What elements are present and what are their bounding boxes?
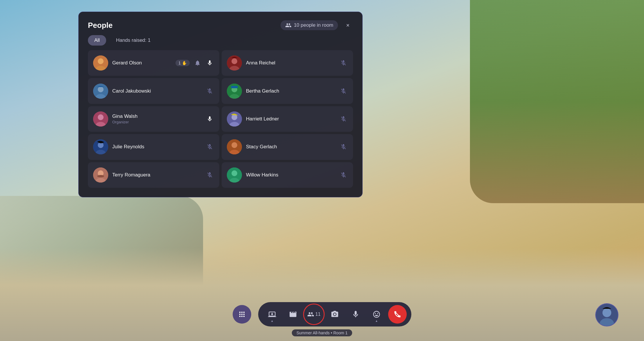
mic-muted-icon[interactable] <box>339 59 348 67</box>
people-count-text: 10 people in room <box>294 22 333 28</box>
svg-point-32 <box>239 312 241 313</box>
emoji-react-button[interactable]: ▲ <box>367 305 386 324</box>
person-actions <box>339 59 348 67</box>
list-item[interactable]: Anna Reichel <box>222 50 353 76</box>
people-count-toolbar: 11 <box>315 312 321 317</box>
mic-muted-icon[interactable] <box>339 87 348 95</box>
hand-emoji: ✋ <box>182 61 187 65</box>
mic-muted-icon[interactable] <box>205 87 214 95</box>
svg-point-37 <box>243 314 245 315</box>
mic-button[interactable] <box>346 305 365 324</box>
tab-all[interactable]: All <box>88 35 106 46</box>
avatar <box>227 84 242 99</box>
svg-point-33 <box>241 312 243 313</box>
list-item[interactable]: Carol Jakubowski <box>88 78 219 104</box>
person-info: Harriett Ledner <box>246 116 335 122</box>
avatar <box>93 139 108 154</box>
mic-muted-icon[interactable] <box>339 115 348 123</box>
mic-active-icon[interactable] <box>205 115 214 123</box>
svg-point-38 <box>239 316 241 317</box>
svg-point-14 <box>98 114 104 120</box>
person-name: Bertha Gerlach <box>246 88 335 94</box>
people-count-badge: 10 people in room <box>281 20 338 30</box>
person-info: Anna Reichel <box>246 60 335 66</box>
list-item[interactable]: Julie Reynolds <box>88 134 219 160</box>
bg-right-tree <box>470 0 644 203</box>
video-button[interactable] <box>284 305 302 324</box>
person-actions <box>339 142 348 151</box>
avatar <box>93 55 108 71</box>
meeting-label: Summer All-hands • Room 1 <box>292 329 352 336</box>
list-item[interactable]: Bertha Gerlach <box>222 78 353 104</box>
close-button[interactable]: × <box>343 20 353 30</box>
person-info: Bertha Gerlach <box>246 88 335 94</box>
panel-title: People <box>88 21 113 30</box>
avatar <box>93 167 108 183</box>
person-actions: 1 ✋ <box>176 59 214 67</box>
svg-point-41 <box>334 313 336 315</box>
svg-point-44 <box>603 308 611 317</box>
close-icon: × <box>346 22 350 29</box>
person-name: Terry Romaguera <box>112 172 201 178</box>
avatar <box>227 55 242 71</box>
people-button[interactable]: 11 <box>305 305 323 324</box>
panel-header: People 10 people in room × <box>79 12 362 35</box>
person-name: Carol Jakubowski <box>112 88 201 94</box>
filter-tabs: All Hands raised: 1 <box>79 35 362 50</box>
panel-header-right: 10 people in room × <box>281 20 353 30</box>
mic-muted-icon[interactable] <box>205 171 214 179</box>
people-count-icon <box>285 22 292 28</box>
person-info: Stacy Gerlach <box>246 144 335 150</box>
svg-point-30 <box>231 170 237 176</box>
svg-point-35 <box>239 314 241 315</box>
svg-point-34 <box>243 312 245 313</box>
person-actions <box>205 142 214 151</box>
avatar <box>227 167 242 183</box>
mic-muted-icon[interactable] <box>339 142 348 151</box>
person-actions <box>339 115 348 123</box>
avatar <box>227 111 242 127</box>
person-name: Gerard Olson <box>112 60 171 66</box>
person-actions <box>205 171 214 179</box>
person-info: Julie Reynolds <box>112 144 201 150</box>
people-panel: People 10 people in room × All Hands rai… <box>78 12 363 197</box>
person-actions <box>339 171 348 179</box>
toolbar-pill: ▲ 11 <box>258 302 411 326</box>
person-info: Terry Romaguera <box>112 172 201 178</box>
person-name: Stacy Gerlach <box>246 144 335 150</box>
list-item[interactable]: Gerard Olson 1 ✋ <box>88 50 219 76</box>
person-actions <box>339 87 348 95</box>
avatar <box>93 84 108 99</box>
person-name: Julie Reynolds <box>112 144 201 150</box>
person-name: Anna Reichel <box>246 60 335 66</box>
apps-button[interactable] <box>233 305 251 324</box>
svg-point-7 <box>98 86 104 92</box>
list-item[interactable]: Gina Walsh Organizer <box>88 106 219 132</box>
person-name: Willow Harkins <box>246 172 335 178</box>
camera-button[interactable] <box>325 305 344 324</box>
mic-muted-icon[interactable] <box>339 171 348 179</box>
svg-point-23 <box>231 142 237 148</box>
svg-point-36 <box>241 314 243 315</box>
people-grid: Gerard Olson 1 ✋ <box>79 50 362 197</box>
tab-hands-raised[interactable]: Hands raised: 1 <box>110 35 157 46</box>
hand-raised-badge: 1 ✋ <box>176 60 190 66</box>
bottom-toolbar: ▲ 11 <box>233 302 411 326</box>
person-info: Gina Walsh Organizer <box>112 113 201 124</box>
avatar <box>93 111 108 127</box>
person-name: Gina Walsh <box>112 113 201 119</box>
list-item[interactable]: Willow Harkins <box>222 162 353 188</box>
list-item[interactable]: Terry Romaguera <box>88 162 219 188</box>
list-item[interactable]: Stacy Gerlach <box>222 134 353 160</box>
mic-muted-icon[interactable] <box>205 142 214 151</box>
bell-icon[interactable] <box>193 59 202 67</box>
list-item[interactable]: Harriett Ledner <box>222 106 353 132</box>
bg-floor <box>0 248 644 341</box>
mic-active-icon[interactable] <box>205 59 214 67</box>
share-screen-button[interactable]: ▲ <box>263 305 281 324</box>
person-actions <box>205 115 214 123</box>
self-avatar[interactable] <box>595 303 618 326</box>
end-call-button[interactable] <box>388 305 407 324</box>
person-role: Organizer <box>112 120 201 124</box>
person-actions <box>205 87 214 95</box>
